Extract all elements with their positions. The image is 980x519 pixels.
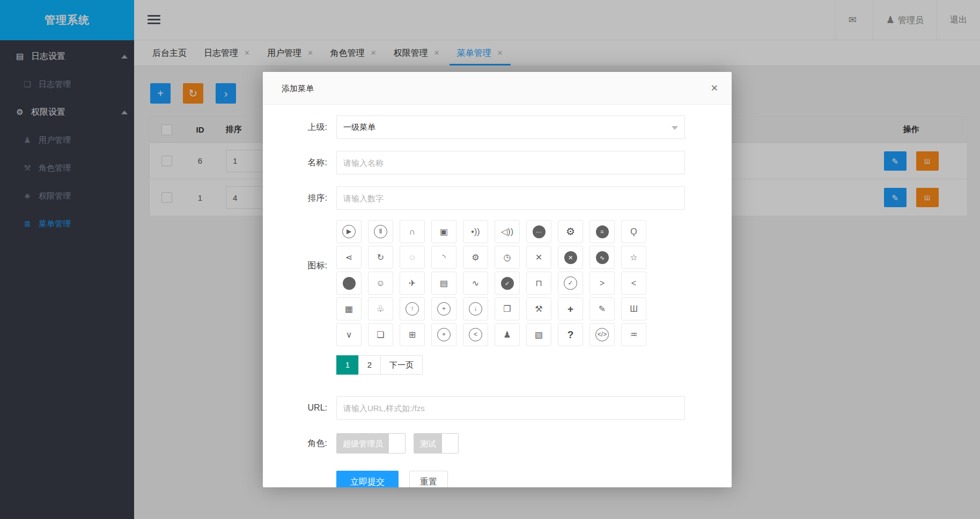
chat-dots-icon-glyph: ⋯ [533,225,546,238]
dialog-title: 添加菜单 [282,84,314,93]
window-icon[interactable]: ⊞ [400,323,425,346]
page-2[interactable]: 2 [358,355,381,375]
parent-select[interactable]: 一级菜单 [336,115,685,139]
headset-icon-glyph: ∩ [409,227,416,237]
arrow-up-circle-icon[interactable]: ↑ [400,297,425,320]
page-1[interactable]: 1 [336,355,359,375]
icon-label: 图标: [263,254,327,277]
arrow-down-circle-icon-glyph: ↓ [469,302,482,316]
smile-icon[interactable]: ☺ [368,272,393,295]
submit-button[interactable]: 立即提交 [336,471,399,487]
speaker-icon-glyph: ◁)) [501,226,513,237]
signal-icon[interactable]: •)) [463,220,488,243]
play-icon-glyph: ▶ [342,225,356,238]
gear-outline-icon-glyph: ⚙ [471,252,479,262]
icon-picker-grid: ▶Ⅱ∩▣•))◁))⋯⚙=Ǫ⋖↻◌◝⚙◷✕✕∿☆☺✈▤∿✓⊓✓><▦♧↑+↓❐⚒… [336,220,646,346]
group-icon[interactable]: ♟ [495,323,520,346]
chevron-down-icon[interactable]: ∨ [336,323,362,346]
table-icon[interactable]: ▦ [336,297,362,320]
windows-icon[interactable]: ❐ [495,297,520,320]
step-back-icon-glyph: < [469,328,482,341]
video-icon[interactable]: ▣ [431,220,456,243]
plus-circle-thin-icon[interactable]: + [431,323,456,346]
sort-input[interactable] [336,186,685,210]
code-circle-icon[interactable]: </> [590,323,615,346]
file-icon-glyph: ❏ [377,330,384,340]
speaker-icon[interactable]: ◁)) [495,220,520,243]
gauge-icon[interactable]: ◷ [495,246,520,269]
chat-dots-icon[interactable]: ⋯ [526,220,551,243]
water-drop-icon-glyph: ♒ [630,330,637,340]
chevron-left-icon-glyph: < [631,279,636,288]
question-icon[interactable]: ? [558,323,583,346]
question-icon-glyph: ? [568,329,574,341]
dialog-body: 上级: 一级菜单 名称: 排序: 图标: ▶Ⅱ∩▣•))◁))⋯⚙=Ǫ⋖↻◌◝⚙… [263,105,732,487]
pulse-icon[interactable]: ∿ [463,272,488,295]
water-drop-icon[interactable]: ♒ [621,323,646,346]
search-icon[interactable]: Ǫ [621,220,646,243]
table-icon-glyph: ▦ [345,304,353,314]
tools-icon[interactable]: ⚒ [526,297,551,320]
star-icon-glyph: ☆ [630,252,637,262]
arrow-up-circle-icon-glyph: ↑ [406,302,419,316]
dialog-buttons: 立即提交 重置 [336,471,448,487]
arrow-down-circle-icon[interactable]: ↓ [463,297,488,320]
add-menu-dialog: 添加菜单 ✕ 上级: 一级菜单 名称: 排序: 图标: ▶Ⅱ∩ [263,72,732,487]
list-circle-icon[interactable]: = [590,220,615,243]
gear-outline-icon[interactable]: ⚙ [463,246,488,269]
headset-icon[interactable]: ∩ [400,220,425,243]
windows-icon-glyph: ❐ [503,304,511,314]
loading-arc-icon[interactable]: ◝ [431,246,456,269]
close-icon[interactable]: ✕ [711,72,718,105]
role-checkbox-test[interactable]: 测试 [414,433,459,454]
close-circle-icon-glyph: ✕ [564,251,577,264]
gear-solid-icon[interactable]: ⚙ [558,220,583,243]
fingerprint-icon-glyph [343,277,356,290]
send-icon[interactable]: ✈ [400,272,425,295]
role-checkbox-label: 测试 [414,434,442,453]
image-icon[interactable]: ▧ [526,323,551,346]
smile-icon-glyph: ☺ [376,279,385,288]
file-text-icon-glyph: ▤ [440,278,448,288]
plus-circle-icon[interactable]: + [431,297,456,320]
url-input[interactable] [336,396,685,420]
chevron-right-icon[interactable]: > [590,272,615,295]
tshirt-icon-glyph: ⊓ [535,278,542,288]
pencil-icon[interactable]: ✎ [590,297,615,320]
share-icon-glyph: ⋖ [345,252,352,262]
gear-solid-icon-glyph: ⚙ [566,225,575,238]
next-page-button[interactable]: 下一页 [380,355,423,375]
name-input[interactable] [336,151,685,174]
role-checkbox-super-admin[interactable]: 超级管理员 [336,433,406,454]
sort-label: 排序: [263,186,327,210]
fingerprint-icon[interactable] [336,272,362,295]
star-icon[interactable]: ☆ [621,246,646,269]
tshirt-icon[interactable]: ⊓ [526,272,551,295]
refresh-icon[interactable]: ↻ [368,246,393,269]
pencil-icon-glyph: ✎ [599,304,606,314]
pause-icon[interactable]: Ⅱ [368,220,393,243]
file-text-icon[interactable]: ▤ [431,272,456,295]
trash-icon[interactable]: Ш [621,297,646,320]
play-icon[interactable]: ▶ [336,220,362,243]
close-circle-icon[interactable]: ✕ [558,246,583,269]
file-icon[interactable]: ❏ [368,323,393,346]
chevron-down-icon-glyph: ∨ [346,330,352,340]
loading-dots-icon[interactable]: ◌ [400,246,425,269]
step-back-icon[interactable]: < [463,323,488,346]
chevron-down-icon [672,126,678,130]
chart-board-icon-glyph: ∿ [596,251,609,264]
pause-icon-glyph: Ⅱ [374,225,387,238]
tree-icon[interactable]: ♧ [368,297,393,320]
parent-label: 上级: [263,115,327,139]
chevron-left-icon[interactable]: < [621,272,646,295]
check-circle-icon[interactable]: ✓ [558,272,583,295]
share-icon[interactable]: ⋖ [336,246,362,269]
tree-icon-glyph: ♧ [377,304,384,314]
url-label: URL: [263,396,327,420]
plus-icon[interactable]: + [558,297,583,320]
chart-board-icon[interactable]: ∿ [590,246,615,269]
close-icon[interactable]: ✕ [526,246,551,269]
reset-button[interactable]: 重置 [409,471,448,487]
check-circle-fill-icon[interactable]: ✓ [495,272,520,295]
